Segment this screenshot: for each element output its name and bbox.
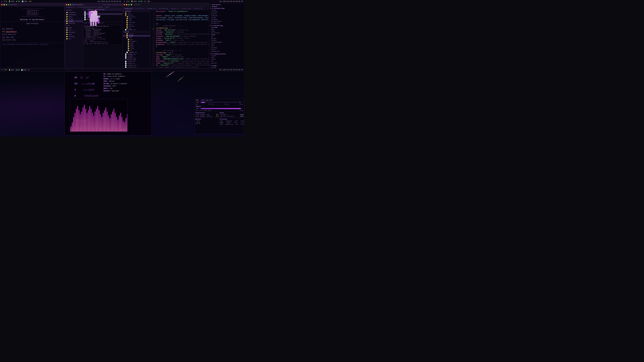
rp-hostname[interactable]: hostname xyxy=(210,11,244,13)
ln-8: 8 xyxy=(150,24,154,26)
rp-description: ▸ description xyxy=(210,4,244,5)
tree-item-pkgs[interactable]: 📁 pkgs xyxy=(122,44,150,46)
visualizer-window xyxy=(70,99,128,132)
editor-tab-install[interactable]: install.org xyxy=(134,7,146,10)
rp-name[interactable]: name xyxy=(210,28,244,30)
close-dot[interactable] xyxy=(1,4,2,5)
top-status-bar: ⊞ Tech 🔋 100% 🖥 20% 💾 100% 1OS Sat 2024-… xyxy=(0,0,122,3)
tree-item-installsh[interactable]: 📄 install.sh xyxy=(122,66,150,68)
viz-bar-2 xyxy=(73,117,74,132)
tree-item-wsl[interactable]: 📁 wsl xyxy=(122,27,150,29)
tree-item-work[interactable]: 📁 work xyxy=(122,23,150,25)
rp-fontpkg[interactable]: fontPkg xyxy=(210,47,244,49)
browser-newtab-item[interactable]: [t] [New tab] xyxy=(2,36,62,39)
rp-font[interactable]: font xyxy=(210,45,244,47)
tree-item-user[interactable]: 📁 user xyxy=(122,37,150,38)
rp-email[interactable]: email xyxy=(210,30,244,32)
rp-np-src[interactable]: src xyxy=(210,60,244,62)
tree-item-wm[interactable]: 📁 wm xyxy=(122,50,150,51)
editor-max-dot[interactable] xyxy=(128,4,130,5)
editor-tab-install2[interactable]: install.org xyxy=(180,7,192,10)
rp-grubdevice[interactable]: grubDevice xyxy=(210,22,244,24)
rp-username[interactable]: username xyxy=(210,26,244,28)
tree-item-hardware[interactable]: 📁 hardware xyxy=(122,40,150,42)
pony-svg xyxy=(86,9,102,29)
tree-item-git[interactable]: 📁 .git xyxy=(122,12,150,14)
viz-bar-42 xyxy=(127,114,128,132)
rp-bootmode[interactable]: bootMode xyxy=(210,18,244,20)
rp-defaultroamdir[interactable]: defaultRoamDir xyxy=(210,41,244,43)
ln-4: 4 xyxy=(150,16,154,18)
viz-bars xyxy=(70,99,127,132)
tree-item-lab[interactable]: 📁 lab xyxy=(122,19,150,21)
browser-closetab-item[interactable]: [x] [Close tab] xyxy=(2,39,62,41)
sysmon-proc-2-name: emacs xyxy=(227,122,230,123)
tree-item-personal[interactable]: 📁 personal xyxy=(122,21,150,23)
tree-item-installorg[interactable]: 📄 install.org xyxy=(122,64,150,66)
rp-system[interactable]: system xyxy=(210,9,244,11)
rp-bootmountpath[interactable]: bootMountPath xyxy=(210,20,244,22)
fm-item-wsl[interactable]: 📁 wsl xyxy=(65,38,83,40)
tree-item-readme[interactable]: 📄 README.org xyxy=(122,29,150,31)
editor-tab-readme[interactable]: README.org xyxy=(146,7,157,10)
tree-item-lang[interactable]: 📁 lang xyxy=(122,42,150,44)
rp-profile[interactable]: profile xyxy=(210,13,244,15)
browser-search-item[interactable]: [o] [Search] xyxy=(2,28,62,30)
nf-uptime-value: 21 hours 7 minutes xyxy=(111,83,127,85)
rp-np-name[interactable]: name xyxy=(210,57,244,58)
editor-min-dot[interactable] xyxy=(126,4,127,5)
tree-item-home[interactable]: 📁 home xyxy=(122,18,150,19)
rp-dotfilesdir[interactable]: dotfilesDir xyxy=(210,32,244,34)
rp-np-system[interactable]: system xyxy=(210,55,244,57)
rp-wmtype[interactable]: wmType xyxy=(210,37,244,39)
svg-rect-2 xyxy=(95,10,96,12)
rp-spawner[interactable]: spawnEditor xyxy=(210,50,244,52)
editor-tab-harden[interactable]: harden.sh xyxy=(170,7,180,10)
nf-desktop-value: hyprland xyxy=(112,90,119,92)
viz-bar-25 xyxy=(104,110,105,132)
tree-item-flakenix[interactable]: 📄 flake.nix xyxy=(122,61,150,62)
tree-item-harden[interactable]: 📄 harden.sh xyxy=(122,62,150,64)
tree-item-sys-system[interactable]: 📁 system xyxy=(122,33,150,35)
bottom-status-right: Sat 2024-03-09 05:06:00 PM xyxy=(219,69,243,71)
rp-locale[interactable]: locale xyxy=(210,16,244,18)
browser-bookmarks-item[interactable]: [b] [Quickmarks] xyxy=(2,30,62,33)
tree-item-worklab[interactable]: 📁 worklab xyxy=(122,25,150,27)
editor-tab-flakenix[interactable]: flake.nix xyxy=(123,7,134,10)
tree-item-desktop[interactable]: 🖼 desktop.png xyxy=(122,59,150,61)
tree-item-patches[interactable]: 📁 patches xyxy=(122,14,150,16)
rp-term[interactable]: term xyxy=(210,43,244,45)
rp-timezone[interactable]: timezone xyxy=(210,15,244,16)
tree-item-readme3[interactable]: 📄 README.org xyxy=(122,57,150,59)
rp-pkgs-system[interactable]: system xyxy=(210,66,244,68)
svg-rect-13 xyxy=(98,16,100,17)
tree-item-shell[interactable]: 📁 shell xyxy=(122,46,150,48)
tree-item-style[interactable]: 📁 style xyxy=(122,48,150,50)
rp-theme[interactable]: theme xyxy=(210,34,244,36)
tree-item-license[interactable]: 📄 LICENSE xyxy=(122,55,150,57)
sysmon-disk-2: /dev/dm-0 /nix/store 504GB xyxy=(220,115,244,117)
rp-wm[interactable]: wm xyxy=(210,36,244,37)
tree-item-sys-readme[interactable]: 📄 README.org xyxy=(122,53,150,55)
editor-tab-desktop[interactable]: desktop.png xyxy=(158,7,170,10)
fm-min-dot[interactable] xyxy=(68,4,69,5)
rp-editor[interactable]: editor xyxy=(210,49,244,50)
tree-item-themes[interactable]: 📁 themes xyxy=(122,35,150,37)
tree-item-app[interactable]: 📁 app xyxy=(122,38,150,40)
editor-close-dot[interactable] xyxy=(124,4,125,5)
tree-item-profiles[interactable]: ▼ 📁 profiles xyxy=(122,16,150,18)
browser-history-item[interactable]: [S h] [History] xyxy=(2,33,62,36)
rp-browser[interactable]: browser xyxy=(210,39,244,41)
fm-close-dot[interactable] xyxy=(66,4,67,5)
editor-tab-install-sh[interactable]: install.sh xyxy=(192,7,204,10)
fm-item-worklab[interactable]: 📁 worklab xyxy=(65,35,83,38)
nf-uptime-label: UPTIME: xyxy=(104,83,110,85)
tree-item-readme2[interactable]: 📄 README.org xyxy=(122,51,150,53)
minimize-dot[interactable] xyxy=(4,4,5,5)
fm-max-dot[interactable] xyxy=(70,4,71,5)
maximize-dot[interactable] xyxy=(6,4,7,5)
rp-np-patches[interactable]: patches xyxy=(210,62,244,64)
rp-np-editor[interactable]: editor xyxy=(210,58,244,60)
sysmon-proc-2-cpu: 0.28 xyxy=(234,122,237,123)
browser-profile: Tech Profile xyxy=(2,23,62,25)
